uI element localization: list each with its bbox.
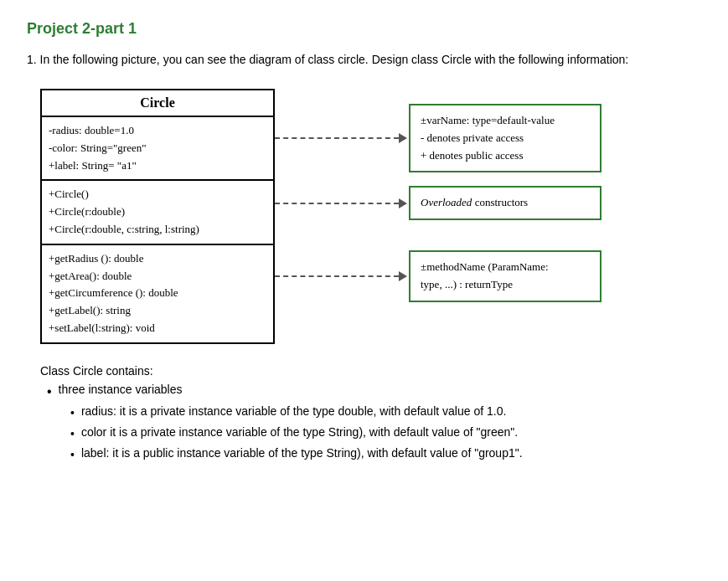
legend-2-rest: constructors <box>472 196 528 208</box>
arrow-head-3 <box>399 271 407 281</box>
intro-text: 1. In the following picture, you can see… <box>27 51 701 69</box>
bullet-sym-4: • <box>70 446 75 464</box>
method-4: +setLabel(l:string): void <box>49 320 266 337</box>
class-constructors: +Circle() +Circle(r:double) +Circle(r:do… <box>42 181 273 244</box>
dashed-line-1 <box>275 137 399 139</box>
legend-1-line1: ±varName: type=default-value <box>421 112 590 130</box>
method-3: +getLabel(): string <box>49 302 266 320</box>
bullet-three-vars: • three instance variables <box>47 383 701 401</box>
legend-1-line3: + denotes public access <box>421 147 590 165</box>
method-0: +getRadius (): double <box>49 250 266 268</box>
bullet-sym-2: • <box>70 404 75 422</box>
legend-box-1: ±varName: type=default-value - denotes p… <box>409 104 602 172</box>
sub-bullet-label: • label: it is a public instance variabl… <box>70 446 701 464</box>
class-fields: -radius: double=1.0 -color: String="gree… <box>42 117 273 181</box>
class-title: Circle <box>42 90 273 117</box>
legend-box-2: Overloaded constructors <box>409 186 602 220</box>
constructor-1: +Circle(r:double) <box>49 203 266 221</box>
sub-bullet-radius: • radius: it is a private instance varia… <box>70 404 701 422</box>
arrow-head-2 <box>399 198 407 208</box>
pair-3: ±methodName (ParamName: type, ...) : ret… <box>275 250 602 302</box>
page-title: Project 2-part 1 <box>27 20 701 38</box>
diagram-area: Circle -radius: double=1.0 -color: Strin… <box>40 89 701 344</box>
sub-bullet-2-text: label: it is a public instance variable … <box>81 446 523 460</box>
pair-2: Overloaded constructors <box>275 186 602 220</box>
bullet-sym-3: • <box>70 425 75 443</box>
class-diagram: Circle -radius: double=1.0 -color: Strin… <box>40 89 275 344</box>
field-radius: -radius: double=1.0 <box>49 122 266 140</box>
bullet-1-text: three instance variables <box>59 383 183 396</box>
class-methods: +getRadius (): double +getArea(): double… <box>42 245 273 342</box>
arrow-1 <box>275 133 409 143</box>
method-2: +getCircumference (): double <box>49 285 266 302</box>
constructor-0: +Circle() <box>49 186 266 203</box>
description-intro: Class Circle contains: <box>40 364 701 378</box>
legend-3-line1: ±methodName (ParamName: <box>421 259 590 276</box>
dashed-line-3 <box>275 275 399 277</box>
method-1: +getArea(): double <box>49 268 266 285</box>
sub-bullet-1-text: color it is a private instance variable … <box>81 425 518 439</box>
arrow-head-1 <box>399 133 407 143</box>
field-label: +label: String= "a1" <box>49 157 266 175</box>
arrows-legends-container: ±varName: type=default-value - denotes p… <box>275 89 602 309</box>
dashed-line-2 <box>275 203 399 204</box>
legend-box-3: ±methodName (ParamName: type, ...) : ret… <box>409 250 602 302</box>
legend-3-line2: type, ...) : returnType <box>421 276 590 294</box>
bullet-sym-1: • <box>47 383 52 401</box>
sub-bullet-0-text: radius: it is a private instance variabl… <box>81 404 506 418</box>
sub-bullet-color: • color it is a private instance variabl… <box>70 425 701 443</box>
constructor-2: +Circle(r:double, c:string, l:string) <box>49 221 266 239</box>
field-color: -color: String="green" <box>49 140 266 157</box>
arrow-3 <box>275 271 409 281</box>
arrow-2 <box>275 198 409 208</box>
legend-1-line2: - denotes private access <box>421 130 590 147</box>
description-section: Class Circle contains: • three instance … <box>27 364 701 464</box>
pair-1: ±varName: type=default-value - denotes p… <box>275 104 602 172</box>
legend-2-italic: Overloaded <box>421 196 472 208</box>
